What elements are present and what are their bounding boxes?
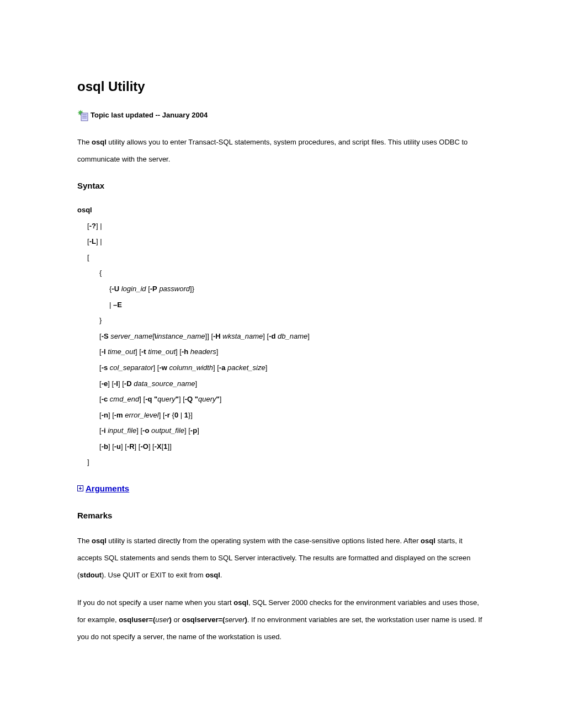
text-bold: osqluser=(	[119, 615, 155, 624]
text: The	[77, 537, 92, 545]
opt: -o	[142, 426, 149, 435]
opt: -e	[102, 379, 108, 388]
arg: error_level	[125, 411, 158, 419]
text: utility allows you to enter Transact-SQL…	[77, 138, 468, 163]
expand-plus-icon: +	[77, 485, 83, 491]
opt: -L	[89, 237, 96, 245]
opt: -n	[102, 411, 108, 419]
opt: -S	[102, 332, 109, 340]
topic-updated-text: Topic last updated -- January 2004	[91, 110, 208, 120]
intro-paragraph: The osql utility allows you to enter Tra…	[77, 133, 486, 168]
opt: -H	[213, 332, 221, 340]
text-bold: osqlserver=(	[182, 615, 225, 624]
arg: time_out	[108, 347, 135, 356]
opt: -p	[190, 426, 197, 435]
text: or	[172, 615, 182, 624]
page-title: osql Utility	[77, 77, 486, 96]
text: ). Use QUIT or EXIT to exit from	[102, 571, 205, 579]
lit: 1	[184, 411, 188, 419]
opt: -R	[127, 442, 135, 451]
opt: -l	[102, 347, 106, 356]
lit: 1	[163, 442, 167, 451]
lit: 0	[174, 411, 178, 419]
arg: packet_size	[227, 363, 265, 372]
remarks-heading: Remarks	[77, 510, 486, 521]
opt: -X	[155, 442, 162, 451]
opt: -i	[102, 426, 106, 435]
opt: -P	[150, 285, 157, 293]
text-bold: osql	[233, 598, 248, 607]
opt: -b	[102, 442, 108, 451]
remarks-body: The osql utility is started directly fro…	[77, 532, 486, 645]
opt: -c	[102, 395, 108, 403]
arguments-expander[interactable]: + Arguments	[77, 483, 486, 494]
opt: -D	[124, 379, 132, 388]
arg: cmd_end	[110, 395, 139, 403]
text-bold: osql	[92, 537, 107, 545]
opt: -u	[114, 442, 121, 451]
text: The	[77, 138, 92, 146]
opt: -h	[182, 347, 188, 356]
document-page: osql Utility Topic last updated -- Janua…	[0, 0, 563, 728]
opt: -a	[219, 363, 226, 372]
opt: -r	[165, 411, 170, 419]
syntax-block: osql [-?] | [-L] | [ { {-U login_id [-P …	[77, 202, 486, 470]
lit: "	[216, 395, 220, 403]
arg: instance_name	[156, 332, 205, 340]
arg: wksta_name	[222, 332, 263, 340]
syntax-command: osql	[77, 206, 92, 214]
opt: -U	[111, 285, 119, 293]
arguments-link[interactable]: Arguments	[86, 483, 129, 494]
text-italic: user	[155, 615, 169, 624]
arg: time_out	[148, 347, 176, 356]
opt: -Q	[185, 395, 193, 403]
arg: col_separator	[110, 363, 153, 372]
lit: "	[176, 395, 179, 403]
syntax-heading: Syntax	[77, 180, 486, 191]
opt: -t	[141, 347, 146, 356]
svg-rect-0	[81, 113, 88, 121]
arg: headers	[190, 347, 216, 356]
arg: data_source_name	[134, 379, 195, 388]
text-bold: osql	[421, 537, 435, 545]
opt: -w	[159, 363, 167, 372]
opt: -s	[102, 363, 108, 372]
arg: login_id	[121, 285, 146, 293]
arg: password	[159, 285, 190, 293]
text-italic: server	[225, 615, 245, 624]
opt: -O	[140, 442, 148, 451]
opt: -d	[269, 332, 275, 340]
opt: -m	[114, 411, 123, 419]
opt: -I	[114, 379, 118, 388]
text-bold: osql	[205, 571, 220, 579]
arg: db_name	[278, 332, 307, 340]
opt: –E	[113, 301, 122, 309]
arg: query	[157, 395, 176, 403]
text: utility is started directly from the ope…	[107, 537, 421, 545]
opt: -?	[89, 222, 96, 230]
arg: output_file	[151, 426, 184, 435]
text: If you do not specify a user name when y…	[77, 598, 233, 607]
text-bold: stdout	[79, 571, 102, 579]
arg: input_file	[108, 426, 136, 435]
opt: -q	[145, 395, 152, 403]
text-bold: osql	[92, 138, 107, 146]
arg: query	[198, 395, 216, 403]
arg: column_width	[169, 363, 214, 372]
text: .	[220, 571, 222, 579]
new-topic-icon	[77, 109, 89, 121]
topic-updated-row: Topic last updated -- January 2004	[77, 109, 486, 121]
arg: server_name	[110, 332, 152, 340]
